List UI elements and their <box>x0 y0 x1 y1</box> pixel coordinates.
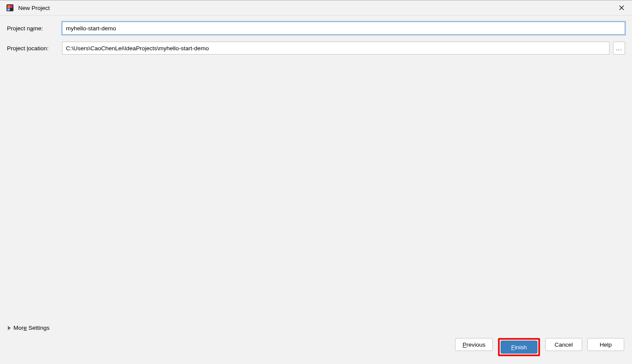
intellij-icon <box>6 4 14 12</box>
browse-location-button[interactable]: ... <box>613 42 625 55</box>
svg-rect-2 <box>10 5 13 8</box>
project-name-row: Project name: <box>7 22 625 35</box>
previous-button[interactable]: Previous <box>455 338 493 351</box>
project-location-label: Project location: <box>7 45 62 52</box>
close-button[interactable] <box>616 2 628 14</box>
title-bar: New Project <box>0 0 632 16</box>
title-bar-left: New Project <box>6 4 50 12</box>
project-name-label: Project name: <box>7 25 62 32</box>
finish-highlight: Finish <box>498 338 540 356</box>
project-name-input[interactable] <box>62 22 625 35</box>
finish-button[interactable]: Finish <box>501 341 537 354</box>
svg-rect-1 <box>7 5 10 8</box>
more-settings-label: More Settings <box>13 325 49 331</box>
svg-rect-4 <box>7 10 10 10</box>
more-settings-toggle[interactable]: More Settings <box>7 321 625 338</box>
dialog-content: Project name: Project location: ... More… <box>0 16 632 364</box>
chevron-right-icon <box>8 326 11 330</box>
project-location-input[interactable] <box>62 42 609 55</box>
dialog-buttons: Previous Finish Cancel Help <box>7 338 625 364</box>
window-title: New Project <box>18 5 50 11</box>
help-button[interactable]: Help <box>587 338 624 351</box>
project-location-row: Project location: ... <box>7 42 625 55</box>
cancel-button[interactable]: Cancel <box>545 338 582 351</box>
content-spacer <box>7 62 625 321</box>
